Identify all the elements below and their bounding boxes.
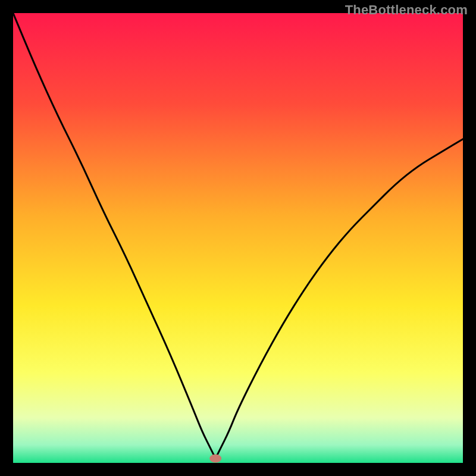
chart-frame: TheBottleneck.com: [0, 0, 476, 476]
heat-gradient-background: [13, 13, 463, 463]
bottleneck-chart: [13, 13, 463, 463]
optimum-marker: [209, 454, 221, 462]
watermark-text: TheBottleneck.com: [345, 2, 468, 18]
chart-plot-area: [13, 13, 463, 463]
